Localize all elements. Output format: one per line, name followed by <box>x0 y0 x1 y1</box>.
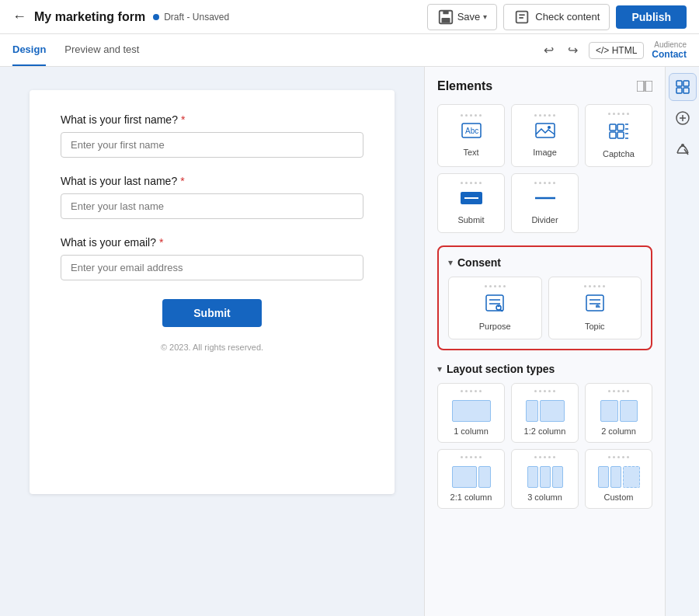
add-section-button[interactable] <box>669 104 697 132</box>
right-panel: Elements Abc Text <box>424 67 665 616</box>
svg-text:Abc: Abc <box>465 127 478 135</box>
layout-chevron-icon: ▾ <box>437 364 442 374</box>
layout-tile-2col[interactable]: 2 column <box>585 383 652 443</box>
draft-label: Draft - Unsaved <box>164 12 229 23</box>
add-icon <box>675 110 690 126</box>
topic-element-label: Topic <box>585 322 605 331</box>
save-button[interactable]: Save ▾ <box>427 4 498 30</box>
panel-header: Elements <box>437 79 652 93</box>
redo-button[interactable]: ↪ <box>565 40 581 61</box>
last-name-input[interactable] <box>61 193 363 219</box>
element-tile-captcha[interactable]: Captcha <box>585 104 652 167</box>
layout-section-title: Layout section types <box>447 363 555 375</box>
purpose-element-icon <box>485 294 505 317</box>
last-name-label: What is your last name? * <box>61 175 363 187</box>
form-title: My marketing form <box>34 10 145 24</box>
svg-rect-10 <box>536 124 555 137</box>
captcha-element-icon <box>609 121 629 144</box>
save-label: Save <box>457 11 481 23</box>
layout-12col-label: 1:2 column <box>524 426 566 436</box>
layout-tile-1col[interactable]: 1 column <box>437 383 505 443</box>
consent-grid: Purpose Topic <box>448 277 642 339</box>
layout-tile-21col[interactable]: 2:1 column <box>437 449 505 509</box>
top-bar: ← My marketing form Draft - Unsaved Save… <box>0 0 699 34</box>
email-input[interactable] <box>61 255 363 280</box>
submit-button[interactable]: Submit <box>162 299 261 327</box>
elements-panel-button[interactable] <box>669 73 697 101</box>
check-content-button[interactable]: Check content <box>503 4 610 30</box>
topic-element-icon <box>585 294 605 317</box>
top-bar-right: Save ▾ Check content Publish <box>427 4 687 30</box>
element-tile-divider[interactable]: Divider <box>511 173 579 233</box>
top-bar-left: ← My marketing form Draft - Unsaved <box>12 9 229 25</box>
save-icon <box>437 9 454 26</box>
last-name-group: What is your last name? * <box>61 175 363 219</box>
tabs-bar: Design Preview and test ↩ ↪ </> HTML Aud… <box>0 34 699 67</box>
first-name-label: What is your first name? * <box>61 113 363 126</box>
email-label: What is your email? * <box>61 236 363 249</box>
email-group: What is your email? * <box>61 236 363 280</box>
text-element-icon: Abc <box>461 123 482 143</box>
elements-icon <box>675 79 690 95</box>
svg-rect-12 <box>610 124 616 131</box>
svg-rect-2 <box>441 17 450 22</box>
design-icon <box>675 141 690 157</box>
svg-rect-14 <box>610 132 616 138</box>
layout-tile-3col[interactable]: 3 column <box>511 449 579 509</box>
draft-badge: Draft - Unsaved <box>153 12 229 23</box>
svg-rect-33 <box>676 88 682 93</box>
submit-element-label: Submit <box>457 215 484 224</box>
svg-rect-28 <box>586 295 603 311</box>
element-tile-image[interactable]: Image <box>511 104 579 167</box>
audience-value-label: Contact <box>652 49 687 60</box>
layout-3col-label: 3 column <box>527 492 562 502</box>
tabs-left: Design Preview and test <box>12 34 139 66</box>
panel-title: Elements <box>437 79 492 93</box>
submit-element-icon <box>460 190 483 211</box>
html-button[interactable]: </> HTML <box>589 42 644 59</box>
layout-21col-label: 2:1 column <box>450 492 492 502</box>
layout-section: ▾ Layout section types 1 column <box>437 363 652 509</box>
svg-rect-6 <box>637 81 644 92</box>
check-content-icon <box>513 9 530 26</box>
form-footer: © 2023. All rights reserved. <box>61 343 363 352</box>
tab-preview[interactable]: Preview and test <box>64 34 139 66</box>
svg-rect-31 <box>676 81 682 86</box>
consent-section-header: ▾ Consent <box>448 256 642 269</box>
back-button[interactable]: ← <box>12 9 26 25</box>
undo-button[interactable]: ↩ <box>541 40 557 61</box>
canvas-area: What is your first name? * What is your … <box>0 67 424 616</box>
svg-rect-15 <box>617 132 624 138</box>
svg-rect-32 <box>683 81 689 86</box>
main-content: What is your first name? * What is your … <box>0 67 699 616</box>
layout-tile-custom[interactable]: Custom <box>585 449 652 509</box>
email-required: * <box>159 236 163 249</box>
element-tile-text[interactable]: Abc Text <box>437 104 505 167</box>
code-icon: </> <box>596 45 609 56</box>
last-name-required: * <box>180 175 184 187</box>
element-tile-submit[interactable]: Submit <box>437 173 505 233</box>
image-element-icon <box>535 123 555 143</box>
save-chevron-icon: ▾ <box>483 12 487 21</box>
svg-rect-34 <box>683 88 689 93</box>
element-tile-purpose[interactable]: Purpose <box>448 277 542 339</box>
draft-dot-icon <box>153 14 159 20</box>
svg-point-38 <box>681 144 684 147</box>
svg-rect-13 <box>617 124 624 131</box>
layout-tile-12col[interactable]: 1:2 column <box>511 383 579 443</box>
publish-button[interactable]: Publish <box>616 5 687 29</box>
consent-section-title: Consent <box>457 256 501 269</box>
layout-grid: 1 column 1:2 column <box>437 383 652 509</box>
design-settings-button[interactable] <box>669 135 697 163</box>
consent-chevron-icon: ▾ <box>448 257 453 268</box>
tab-design[interactable]: Design <box>12 34 46 66</box>
tabs-right: ↩ ↪ </> HTML Audience Contact <box>541 40 687 61</box>
form-card: What is your first name? * What is your … <box>30 90 395 494</box>
consent-section: ▾ Consent <box>437 245 652 350</box>
purpose-element-label: Purpose <box>479 322 511 331</box>
image-element-label: Image <box>533 148 557 157</box>
first-name-input[interactable] <box>61 132 363 158</box>
element-tile-topic[interactable]: Topic <box>548 277 642 339</box>
submit-btn-wrap: Submit <box>61 299 363 327</box>
elements-grid: Abc Text Image <box>437 104 652 233</box>
